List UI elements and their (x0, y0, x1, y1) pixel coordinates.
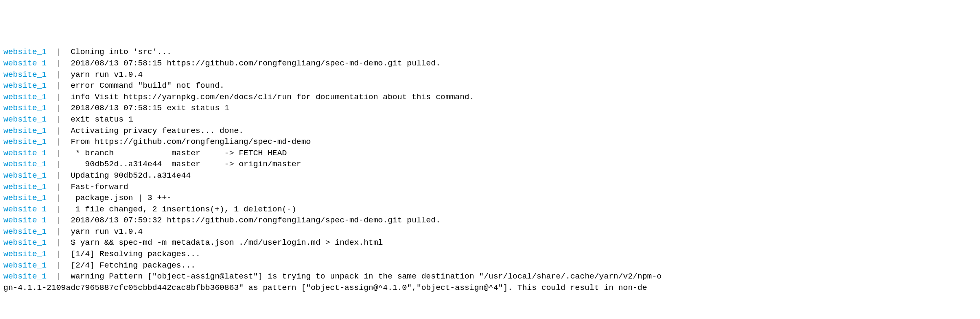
log-line: website_1 | yarn run v1.9.4 (3, 226, 977, 238)
log-separator: | (47, 205, 66, 214)
log-content: exit status 1 (66, 115, 133, 124)
log-prefix: website_1 (3, 59, 47, 68)
log-continuation: gn-4.1.1-2109adc7965887cfc05cbbd442cac8b… (3, 282, 977, 294)
log-separator: | (47, 115, 66, 124)
terminal-output: website_1 | Cloning into 'src'...website… (3, 46, 977, 293)
log-separator: | (47, 171, 66, 180)
log-prefix: website_1 (3, 115, 47, 124)
log-separator: | (47, 47, 66, 57)
log-content: yarn run v1.9.4 (66, 227, 142, 236)
log-content: $ yarn && spec-md -m metadata.json ./md/… (66, 238, 383, 247)
log-separator: | (47, 272, 66, 281)
log-content: 2018/08/13 07:59:32 https://github.com/r… (66, 216, 440, 225)
log-prefix: website_1 (3, 126, 47, 135)
log-prefix: website_1 (3, 171, 47, 180)
log-content: Updating 90db52d..a314e44 (66, 171, 190, 180)
log-prefix: website_1 (3, 205, 47, 214)
log-separator: | (47, 92, 66, 102)
log-prefix: website_1 (3, 47, 47, 57)
log-separator: | (47, 216, 66, 225)
log-line: website_1 | Cloning into 'src'... (3, 46, 977, 58)
log-separator: | (47, 126, 66, 135)
log-content: * branch master -> FETCH_HEAD (66, 149, 287, 158)
log-prefix: website_1 (3, 137, 47, 146)
log-line: website_1 | 1 file changed, 2 insertions… (3, 204, 977, 215)
log-line: website_1 | Activating privacy features.… (3, 125, 977, 137)
log-line: website_1 | 90db52d..a314e44 master -> o… (3, 159, 977, 170)
log-separator: | (47, 149, 66, 158)
log-separator: | (47, 238, 66, 247)
log-content: Fast-forward (66, 182, 128, 192)
log-prefix: website_1 (3, 81, 47, 90)
log-line: website_1 | $ yarn && spec-md -m metadat… (3, 237, 977, 249)
log-content: [2/4] Fetching packages... (66, 261, 195, 270)
log-content: 2018/08/13 07:58:15 https://github.com/r… (66, 59, 440, 68)
log-line: website_1 | package.json | 3 ++- (3, 192, 977, 204)
log-line: website_1 | yarn run v1.9.4 (3, 69, 977, 81)
log-prefix: website_1 (3, 70, 47, 79)
log-content: [1/4] Resolving packages... (66, 249, 200, 259)
log-content: Activating privacy features... done. (66, 126, 244, 135)
log-line: website_1 | Updating 90db52d..a314e44 (3, 170, 977, 181)
log-separator: | (47, 227, 66, 236)
log-prefix: website_1 (3, 216, 47, 225)
log-prefix: website_1 (3, 182, 47, 192)
log-content: 2018/08/13 07:58:15 exit status 1 (66, 103, 229, 113)
log-line: website_1 | 2018/08/13 07:58:15 exit sta… (3, 103, 977, 114)
log-content: warning Pattern ["object-assign@latest"]… (66, 272, 661, 281)
log-line: website_1 | exit status 1 (3, 114, 977, 125)
log-prefix: website_1 (3, 160, 47, 169)
log-prefix: website_1 (3, 238, 47, 247)
log-separator: | (47, 160, 66, 169)
log-separator: | (47, 193, 66, 203)
log-content: info Visit https://yarnpkg.com/en/docs/c… (66, 92, 474, 102)
log-line: website_1 | 2018/08/13 07:59:32 https://… (3, 215, 977, 226)
log-separator: | (47, 137, 66, 146)
log-content: From https://github.com/rongfengliang/sp… (66, 137, 311, 146)
log-prefix: website_1 (3, 103, 47, 113)
log-content: yarn run v1.9.4 (66, 70, 142, 79)
log-prefix: website_1 (3, 193, 47, 203)
log-prefix: website_1 (3, 249, 47, 259)
log-prefix: website_1 (3, 272, 47, 281)
log-prefix: website_1 (3, 92, 47, 102)
log-content: 1 file changed, 2 insertions(+), 1 delet… (66, 205, 296, 214)
log-separator: | (47, 249, 66, 259)
log-separator: | (47, 81, 66, 90)
log-separator: | (47, 261, 66, 270)
log-content: error Command "build" not found. (66, 81, 224, 90)
log-line: website_1 | * branch master -> FETCH_HEA… (3, 148, 977, 159)
log-line: website_1 | [2/4] Fetching packages... (3, 260, 977, 271)
log-line: website_1 | Fast-forward (3, 181, 977, 193)
log-line: website_1 | warning Pattern ["object-ass… (3, 271, 977, 282)
log-prefix: website_1 (3, 261, 47, 270)
log-line: website_1 | info Visit https://yarnpkg.c… (3, 92, 977, 103)
log-separator: | (47, 70, 66, 79)
log-separator: | (47, 182, 66, 192)
log-line: website_1 | 2018/08/13 07:58:15 https://… (3, 58, 977, 69)
log-content: 90db52d..a314e44 master -> origin/master (66, 160, 301, 169)
log-prefix: website_1 (3, 227, 47, 236)
log-content: Cloning into 'src'... (66, 47, 171, 57)
log-line: website_1 | [1/4] Resolving packages... (3, 249, 977, 260)
log-content: package.json | 3 ++- (66, 193, 171, 203)
log-separator: | (47, 103, 66, 113)
log-prefix: website_1 (3, 149, 47, 158)
log-line: website_1 | From https://github.com/rong… (3, 136, 977, 148)
log-separator: | (47, 59, 66, 68)
log-line: website_1 | error Command "build" not fo… (3, 80, 977, 92)
